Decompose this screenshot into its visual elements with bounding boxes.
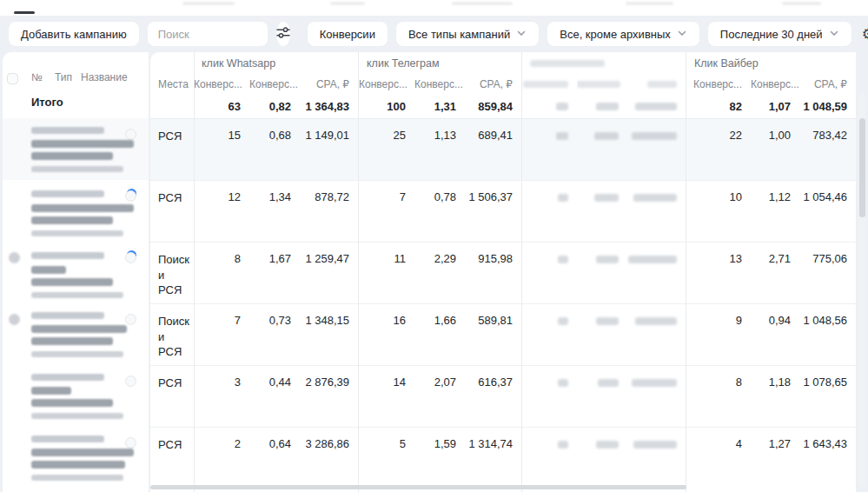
redacted-cell [577,119,627,180]
add-campaign-button[interactable]: Добавить кампанию [9,22,139,46]
tg-conversions: 5 [359,428,414,489]
table-row[interactable]: Поиск и РСЯ 7 0,73 1 348,15 16 1,66 589,… [150,303,856,365]
tg-cpa: 589,81 [465,304,521,365]
group-divider [358,52,359,492]
group-divider [686,52,686,492]
redacted-cell [522,304,577,365]
archive-filter[interactable]: Все, кроме архивных [547,22,699,46]
col-conversion-rate[interactable]: Конверс... [249,78,300,90]
campaign-type-filter[interactable]: Все типы кампаний [396,22,539,46]
places-value: Поиск и РСЯ [150,304,194,365]
table-row[interactable]: РСЯ 2 0,64 3 286,86 5 1,59 1 314,74 4 1,… [150,427,856,489]
settings-gear-button[interactable]: ⚙ [862,23,868,44]
places-value: РСЯ [150,119,194,180]
sliders-icon [276,26,290,42]
vb-rate: 1,12 [751,181,799,242]
campaign-row[interactable] [3,180,149,242]
main-content: № Тип Название Итого [0,52,868,492]
redacted-cell [522,119,577,180]
group-label-telegram: клик Телеграм [359,57,521,70]
col-cpa[interactable]: CPA, ₽ [799,78,856,90]
column-header-name: Название [81,71,128,83]
vb-rate: 1,00 [751,119,799,180]
places-value: Поиск и РСЯ [150,243,194,303]
horizontal-scrollbar[interactable] [150,485,686,489]
toolbar: Добавить кампанию Конверсии Все типы кам… [0,16,868,52]
col-redacted [522,78,577,90]
vb-cpa: 1 054,46 [799,181,856,242]
vertical-scrollbar[interactable] [859,94,865,487]
group-divider [521,52,522,492]
row-checkbox[interactable] [125,129,136,140]
campaign-type-icon [9,252,20,263]
campaign-row[interactable] [3,303,149,365]
vb-rate: 0,94 [751,304,799,365]
col-cpa[interactable]: CPA, ₽ [300,78,358,90]
column-header-number: № [31,71,43,83]
row-checkbox[interactable] [125,314,136,325]
campaign-type-filter-label: Все типы кампаний [408,28,510,41]
total-tg-cpa: 859,84 [465,100,521,113]
campaign-row[interactable] [3,118,149,180]
row-checkbox[interactable] [125,252,136,263]
search-input[interactable] [148,22,268,46]
table-row[interactable]: РСЯ 3 0,44 2 876,39 14 2,07 616,37 8 1,1… [150,365,856,427]
col-conversions[interactable]: Конверс... [686,78,751,90]
table-row[interactable]: Поиск и РСЯ 8 1,67 1 259,47 11 2,29 915,… [150,242,856,303]
places-value: РСЯ [150,181,194,242]
campaign-row[interactable] [3,427,149,489]
row-checkbox[interactable] [125,190,136,202]
chevron-down-icon [677,28,687,41]
wa-cpa: 3 286,86 [300,428,358,489]
col-conversion-rate[interactable]: Конверс... [751,78,799,90]
col-cpa[interactable]: CPA, ₽ [465,78,521,90]
wa-rate: 1,67 [249,243,300,303]
total-tg-conversions: 100 [359,100,414,113]
filter-settings-button[interactable] [276,22,290,46]
select-all-checkbox[interactable] [7,73,18,84]
campaign-rows [3,118,149,492]
row-checkbox[interactable] [125,437,136,449]
campaign-list-panel: № Тип Название Итого [3,52,149,492]
wa-cpa: 1 348,15 [300,304,358,365]
col-conversions[interactable]: Конверс... [194,78,249,90]
wa-cpa: 1 259,47 [300,243,358,303]
table-row[interactable]: РСЯ 12 1,34 878,72 7 0,78 1 506,37 10 1,… [150,180,856,242]
conversions-button[interactable]: Конверсии [308,22,388,46]
redacted-cell [577,181,627,242]
wa-rate: 0,44 [249,366,300,427]
col-conversions[interactable]: Конверс... [359,78,414,90]
date-range-filter[interactable]: Последние 30 дней [708,22,851,46]
tg-rate: 1,13 [414,119,465,180]
tg-conversions: 14 [359,366,414,427]
tg-cpa: 689,41 [465,119,521,180]
tg-rate: 1,59 [414,428,465,489]
tg-conversions: 7 [359,181,414,242]
col-conversion-rate[interactable]: Конверс... [414,78,465,90]
redacted-cell [522,366,577,427]
table-row[interactable]: РСЯ 15 0,68 1 149,01 25 1,13 689,41 22 1… [150,118,856,180]
column-header-row: Места Конверс... Конверс... CPA, ₽ Конве… [150,75,856,94]
row-checkbox[interactable] [125,376,136,387]
vb-conversions: 13 [686,243,751,303]
wa-conversions: 2 [194,428,249,489]
group-label-redacted [522,57,686,70]
wa-conversions: 12 [194,181,249,242]
campaign-row[interactable] [3,242,149,303]
totals-row-label: Итого [31,96,63,118]
tg-rate: 2,07 [414,366,465,427]
top-strip [0,0,868,16]
redacted-cell [627,181,686,242]
wa-rate: 0,68 [249,119,300,180]
tg-rate: 1,66 [414,304,465,365]
places-header[interactable]: Места [150,78,194,90]
campaign-row[interactable] [3,365,149,427]
redacted-cell [522,181,577,242]
vertical-scrollbar-thumb[interactable] [859,118,865,217]
campaign-list-header: № Тип Название [3,71,149,89]
tg-cpa: 616,37 [465,366,521,427]
total-vb-rate: 1,07 [751,100,799,113]
wa-conversions: 8 [194,243,249,303]
vb-conversions: 9 [686,304,751,365]
vb-cpa: 775,06 [799,243,856,303]
